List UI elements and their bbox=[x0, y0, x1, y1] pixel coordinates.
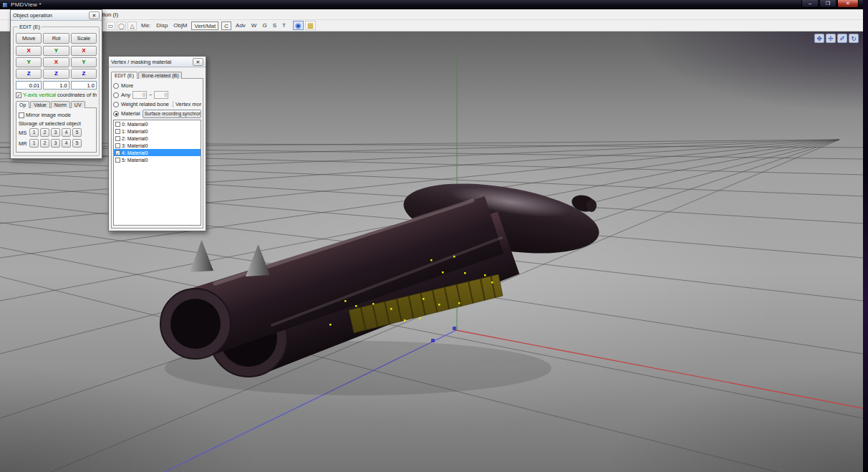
rect-mode-icon[interactable]: ▭ bbox=[106, 21, 115, 30]
toolbar-toggle-c[interactable]: C bbox=[221, 21, 231, 30]
weight-bone-label: Weight related bone bbox=[121, 101, 169, 107]
mirror-mode-checkbox[interactable] bbox=[19, 112, 24, 118]
toolbar-item-adv[interactable]: Adv bbox=[236, 22, 246, 29]
tab-bone-related[interactable]: Bone-related (B) bbox=[138, 72, 182, 79]
vertex-morph-label[interactable]: Vertex morph bbox=[173, 101, 201, 107]
move-button[interactable]: Move bbox=[16, 33, 42, 44]
material-checkbox[interactable] bbox=[115, 122, 120, 127]
op-tab-page: Mirror image mode Storage of selected ob… bbox=[16, 107, 97, 153]
mr-slot-5[interactable]: 5 bbox=[72, 139, 82, 148]
material-checkbox[interactable] bbox=[115, 143, 120, 148]
axis-z-button[interactable]: Z bbox=[16, 69, 42, 79]
axis-y-button[interactable]: Y bbox=[43, 46, 69, 56]
material-radio[interactable] bbox=[113, 111, 119, 117]
any-to-input[interactable] bbox=[154, 91, 168, 99]
material-item-label: 1: Material0 bbox=[122, 129, 148, 134]
ms-slot-2[interactable]: 2 bbox=[40, 128, 49, 137]
edit-icon[interactable]: ✐ bbox=[837, 34, 847, 43]
more-label: More bbox=[121, 82, 133, 89]
ms-slot-5[interactable]: 5 bbox=[72, 128, 82, 137]
toolbar-item-s[interactable]: S bbox=[273, 22, 276, 29]
axis-z-button[interactable]: Z bbox=[71, 69, 97, 79]
ms-slot-3[interactable]: 3 bbox=[51, 128, 60, 137]
toolbar-toggle-vertmat[interactable]: Vert/Mat bbox=[191, 21, 218, 30]
pan-icon[interactable]: ✥ bbox=[814, 34, 824, 43]
mr-slot-2[interactable]: 2 bbox=[40, 139, 49, 148]
close-icon[interactable]: ✕ bbox=[89, 11, 100, 19]
maximize-button[interactable]: ❐ bbox=[819, 0, 836, 8]
triangle-mode-icon[interactable]: △ bbox=[127, 21, 137, 30]
tab-value[interactable]: Value bbox=[30, 101, 49, 108]
any-from-input[interactable] bbox=[132, 91, 147, 99]
object-operation-titlebar[interactable]: Object operation ✕ bbox=[11, 10, 102, 21]
ms-slot-1[interactable]: 1 bbox=[29, 128, 39, 137]
toolbar-item-w[interactable]: W bbox=[251, 22, 257, 29]
close-icon[interactable]: ✕ bbox=[193, 58, 203, 66]
scale-step-input[interactable] bbox=[71, 81, 97, 90]
axis-z-button[interactable]: Z bbox=[43, 69, 69, 79]
material-checkbox[interactable] bbox=[115, 136, 120, 141]
more-radio[interactable] bbox=[113, 83, 119, 89]
panel-title: Vertex / masking material bbox=[111, 59, 193, 65]
any-radio[interactable] bbox=[113, 92, 119, 98]
y-axis-vertical-checkbox[interactable]: ✓ bbox=[16, 92, 21, 98]
scale-button[interactable]: Scale bbox=[71, 33, 97, 44]
weight-bone-radio[interactable] bbox=[113, 102, 119, 107]
menu-bar: ation (I) bbox=[0, 9, 863, 20]
toolbar: ▭ ◯ △ Me: Disp ObjM Vert/Mat C Adv W G S… bbox=[0, 20, 863, 32]
mr-slot-4[interactable]: 4 bbox=[62, 139, 71, 148]
mr-slot-3[interactable]: 3 bbox=[51, 139, 60, 148]
axis-x-button[interactable]: X bbox=[43, 57, 69, 67]
op-tab-strip: Op Value Norm UV bbox=[16, 100, 97, 107]
ms-slot-4[interactable]: 4 bbox=[62, 128, 71, 137]
tab-norm[interactable]: Norm bbox=[51, 101, 70, 108]
material-list-item-selected[interactable]: ✓ 4: Material0 bbox=[114, 149, 201, 156]
minimize-button[interactable]: – bbox=[801, 0, 819, 8]
move-icon[interactable]: ✛ bbox=[826, 34, 836, 43]
mr-slot-1[interactable]: 1 bbox=[29, 139, 39, 148]
rotate-icon[interactable]: ↻ bbox=[849, 34, 859, 43]
toolbar-item-g[interactable]: G bbox=[262, 22, 266, 29]
material-list-item[interactable]: 3: Material0 bbox=[114, 142, 201, 149]
axis-x-button[interactable]: X bbox=[71, 46, 97, 56]
material-checkbox[interactable] bbox=[115, 129, 120, 134]
toolbar-item-objm[interactable]: ObjM bbox=[173, 22, 187, 29]
cannon-model[interactable] bbox=[160, 172, 604, 395]
material-list-item[interactable]: 2: Material0 bbox=[114, 135, 201, 142]
mirror-mode-label: Mirror image mode bbox=[26, 112, 71, 118]
grid-view-icon[interactable]: ▦ bbox=[305, 21, 316, 30]
material-label: Material bbox=[121, 110, 140, 117]
material-list-item[interactable]: 1: Material0 bbox=[114, 127, 201, 135]
toolbar-item-me[interactable]: Me: bbox=[141, 22, 150, 29]
circle-mode-icon[interactable]: ◯ bbox=[117, 21, 126, 30]
tab-uv[interactable]: UV bbox=[71, 101, 85, 108]
step-input[interactable] bbox=[16, 81, 42, 90]
panel-title: Object operation bbox=[13, 12, 89, 19]
tab-edit[interactable]: EDIT (E) bbox=[111, 72, 138, 79]
coordinates-label: coordinates of the bbox=[57, 92, 97, 98]
toolbar-item-disp[interactable]: Disp bbox=[156, 22, 168, 29]
axis-x-button[interactable]: X bbox=[16, 46, 42, 56]
material-item-label: 4: Material0 bbox=[122, 150, 148, 155]
tab-op[interactable]: Op bbox=[16, 101, 29, 108]
vertex-masking-titlebar[interactable]: Vertex / masking material ✕ bbox=[109, 57, 206, 67]
origin-handles[interactable] bbox=[431, 327, 456, 342]
vertex-tab-strip: EDIT (E) Bone-related (B) bbox=[111, 71, 203, 78]
material-list[interactable]: 0: Material0 1: Material0 2: Material0 3… bbox=[113, 120, 201, 226]
desktop-background bbox=[863, 0, 868, 472]
rotate-button[interactable]: Rot bbox=[43, 33, 69, 44]
pmdview-window: PMDView * – ❐ ✕ ation (I) ▭ ◯ △ Me: Disp… bbox=[0, 0, 863, 472]
material-list-item[interactable]: 0: Material0 bbox=[114, 120, 201, 127]
sphere-view-icon[interactable]: ◉ bbox=[293, 21, 304, 30]
close-button[interactable]: ✕ bbox=[837, 0, 859, 8]
axis-y-button[interactable]: Y bbox=[16, 57, 42, 67]
axis-y-button[interactable]: Y bbox=[71, 57, 97, 67]
material-checkbox[interactable]: ✓ bbox=[115, 150, 120, 155]
mr-slot-row: MR 1 2 3 4 5 bbox=[19, 139, 94, 148]
material-list-item[interactable]: 5: Material0 bbox=[114, 156, 201, 163]
material-checkbox[interactable] bbox=[115, 158, 120, 163]
toolbar-item-t[interactable]: T bbox=[282, 22, 286, 29]
edit-groupbox: EDIT (E) Move Rot Scale X Y X Y X Y Z Z … bbox=[13, 27, 100, 156]
rotate-step-input[interactable] bbox=[43, 81, 69, 90]
surface-sync-button[interactable]: Surface recording synchroniz bbox=[143, 110, 201, 118]
